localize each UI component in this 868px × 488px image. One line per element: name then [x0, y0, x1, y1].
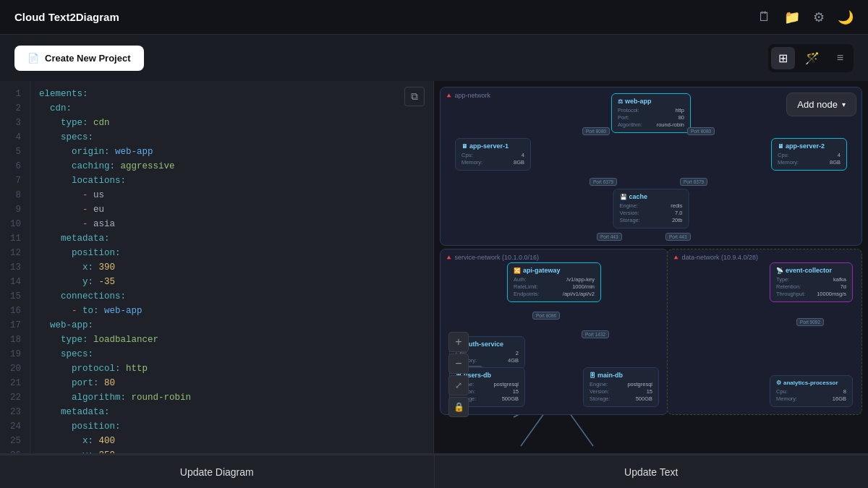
- port-443-left: Port 443: [597, 233, 622, 241]
- main-content: ⧉ 12345 678910 1112131415 1617181920 212…: [0, 81, 868, 453]
- add-node-button[interactable]: Add node ▾: [786, 93, 856, 116]
- update-diagram-button[interactable]: Update Diagram: [0, 454, 435, 488]
- editor-pane: ⧉ 12345 678910 1112131415 1617181920 212…: [0, 81, 434, 453]
- fit-button[interactable]: ⤢: [448, 375, 469, 395]
- cache-node[interactable]: 💾 cache Engine:redis Version:7.0 Storage…: [613, 189, 689, 228]
- analytics-processor-node[interactable]: ⚙ analytics-processor Cpu:8 Memory:16GB: [770, 375, 853, 407]
- header-icon-group: 🗒 📁 ⚙ 🌙: [758, 9, 854, 25]
- create-new-project-button[interactable]: 📄 Create New Project: [14, 46, 144, 71]
- port-1432-left: Port 1432: [582, 330, 609, 338]
- api-gateway-node[interactable]: 🔀 api-gateway Auth:/v1/app-key RateLimit…: [507, 262, 601, 302]
- view-toggle-group: ⊞ 🪄 ≡: [768, 44, 854, 72]
- toolbar: 📄 Create New Project ⊞ 🪄 ≡: [0, 35, 868, 81]
- service-network-label: 🔺 service-network (10.1.0.0/16): [445, 254, 663, 261]
- event-collector-node[interactable]: 📡 event-collector Type:kafka Retention:7…: [770, 262, 853, 302]
- web-app-node[interactable]: ⚖ web-app Protocol:http Port:80 Algorith…: [611, 93, 691, 133]
- code-area[interactable]: elements: cdn: type: cdn specs: origin: …: [30, 81, 433, 453]
- folder-icon[interactable]: 📁: [784, 9, 800, 25]
- port-443-right: Port 443: [665, 233, 691, 241]
- service-network-box: 🔺 service-network (10.1.0.0/16) 🔀 api-ga…: [440, 249, 668, 415]
- diagram-canvas: 🔺 app-network ⚖ web-app Protocol:http Po…: [434, 81, 868, 453]
- settings-icon[interactable]: ⚙: [813, 9, 825, 25]
- app-title: Cloud Text2Diagram: [14, 11, 119, 23]
- copy-button[interactable]: ⧉: [404, 87, 425, 106]
- data-network-box: 🔺 data-network (10.9.4.0/28) 📡 event-col…: [667, 249, 862, 415]
- main-db-node[interactable]: 🗄 main-db Engine:postgresql Version:15 S…: [583, 367, 659, 407]
- app-server-2-node[interactable]: 🖥 app-server-2 Cpu:4 Memory:8GB: [771, 138, 847, 171]
- create-icon: 📄: [27, 53, 39, 64]
- grid-view-toggle[interactable]: ⊞: [771, 47, 795, 69]
- editor-content: 12345 678910 1112131415 1617181920 21222…: [0, 81, 433, 453]
- update-text-button[interactable]: Update Text: [435, 454, 869, 488]
- port-8080-right: Port 8080: [687, 127, 715, 135]
- header: Cloud Text2Diagram 🗒 📁 ⚙ 🌙: [0, 0, 868, 35]
- add-node-label: Add node: [797, 99, 838, 110]
- app-server-1-node[interactable]: 🖥 app-server-1 Cpu:4 Memory:8GB: [455, 138, 531, 171]
- zoom-controls: + − ⤢ 🔒: [448, 332, 469, 417]
- port-6379-right: Port 6379: [680, 178, 707, 186]
- document-icon[interactable]: 🗒: [758, 9, 771, 25]
- diagram-pane: Add node ▾ 🔺 app-network: [434, 81, 868, 453]
- line-numbers: 12345 678910 1112131415 1617181920 21222…: [0, 81, 30, 453]
- zoom-out-button[interactable]: −: [448, 354, 469, 374]
- port-8086: Port 8086: [532, 312, 560, 320]
- bottom-bar: Update Diagram Update Text: [0, 453, 868, 488]
- moon-icon[interactable]: 🌙: [838, 9, 854, 25]
- wand-view-toggle[interactable]: 🪄: [798, 47, 827, 69]
- zoom-in-button[interactable]: +: [448, 332, 469, 352]
- port-8080-left: Port 8080: [582, 127, 610, 135]
- lock-button[interactable]: 🔒: [448, 397, 469, 417]
- data-network-label: 🔺 data-network (10.9.4.0/28): [672, 254, 857, 261]
- port-9092: Port 9092: [796, 318, 824, 326]
- chevron-down-icon: ▾: [842, 100, 846, 108]
- list-view-toggle[interactable]: ≡: [830, 47, 851, 69]
- port-6379-left: Port 6379: [590, 178, 617, 186]
